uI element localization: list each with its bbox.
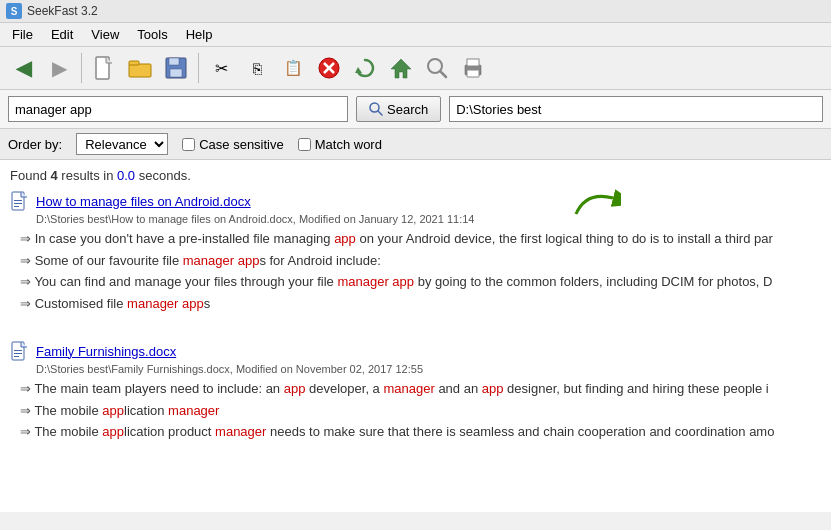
result-item-2: Family Furnishings.docx D:\Stories best\… bbox=[10, 341, 821, 442]
highlight-manager-4: manager bbox=[215, 424, 266, 439]
result-title-1[interactable]: How to manage files on Android.docx bbox=[36, 194, 251, 209]
app-icon: S bbox=[6, 3, 22, 19]
result-snippet-1-2: Some of our favourite file manager apps … bbox=[20, 251, 821, 271]
results-area: Found 4 results in 0.0 seconds. How to m… bbox=[0, 160, 831, 512]
svg-marker-9 bbox=[355, 67, 362, 73]
app-title: SeekFast 3.2 bbox=[27, 4, 98, 18]
options-bar: Order by: Relevance Date Name Case sensi… bbox=[0, 129, 831, 160]
case-sensitive-checkbox[interactable] bbox=[182, 138, 195, 151]
menu-view[interactable]: View bbox=[83, 25, 127, 44]
result-path-1: D:\Stories best\How to manage files on A… bbox=[36, 213, 821, 225]
svg-rect-22 bbox=[14, 206, 19, 207]
folder-path-input[interactable] bbox=[449, 96, 823, 122]
menu-tools[interactable]: Tools bbox=[129, 25, 175, 44]
doc-icon-1 bbox=[10, 191, 30, 211]
menu-file[interactable]: File bbox=[4, 25, 41, 44]
save-button[interactable] bbox=[159, 51, 193, 85]
menu-edit[interactable]: Edit bbox=[43, 25, 81, 44]
highlight-application-2: app bbox=[102, 424, 124, 439]
menu-bar: File Edit View Tools Help bbox=[0, 23, 831, 47]
svg-rect-1 bbox=[129, 64, 151, 77]
search-toolbar-button[interactable] bbox=[420, 51, 454, 85]
forward-button[interactable]: ▶ bbox=[42, 51, 76, 85]
menu-help[interactable]: Help bbox=[178, 25, 221, 44]
search-button-label: Search bbox=[387, 102, 428, 117]
result-snippet-2-2: The mobile application manager bbox=[20, 401, 821, 421]
svg-rect-2 bbox=[129, 61, 139, 65]
svg-rect-25 bbox=[14, 353, 22, 354]
results-in-label: results in bbox=[61, 168, 113, 183]
highlight-manager-3: manager bbox=[168, 403, 219, 418]
result-snippet-1-4: Customised file manager apps bbox=[20, 294, 821, 314]
svg-rect-5 bbox=[170, 69, 182, 77]
highlight-manager-2: manager bbox=[383, 381, 434, 396]
highlight-manager-app-3: manager app bbox=[127, 296, 204, 311]
order-by-label: Order by: bbox=[8, 137, 62, 152]
result-snippet-1-3: You can find and manage your files throu… bbox=[20, 272, 821, 292]
delete-button[interactable] bbox=[312, 51, 346, 85]
result-snippet-1-1: In case you don't have a pre-installed f… bbox=[20, 229, 821, 249]
back-button[interactable]: ◀ bbox=[6, 51, 40, 85]
svg-rect-14 bbox=[467, 59, 479, 66]
title-bar: S SeekFast 3.2 bbox=[0, 0, 831, 23]
print-button[interactable] bbox=[456, 51, 490, 85]
toolbar-separator-2 bbox=[198, 53, 199, 83]
match-word-checkbox[interactable] bbox=[298, 138, 311, 151]
search-input[interactable] bbox=[8, 96, 348, 122]
result-snippet-2-1: The main team players need to include: a… bbox=[20, 379, 821, 399]
svg-rect-24 bbox=[14, 350, 22, 351]
case-sensitive-group: Case sensitive bbox=[182, 137, 284, 152]
highlight-manager-app-2: manager app bbox=[337, 274, 414, 289]
result-title-2[interactable]: Family Furnishings.docx bbox=[36, 344, 176, 359]
paste-button[interactable]: 📋 bbox=[276, 51, 310, 85]
search-button[interactable]: Search bbox=[356, 96, 441, 122]
toolbar-separator-1 bbox=[81, 53, 82, 83]
highlight-app-2: app bbox=[284, 381, 306, 396]
highlight-app-1: app bbox=[334, 231, 356, 246]
arrow-annotation bbox=[571, 186, 621, 221]
result-snippet-2-3: The mobile application product manager n… bbox=[20, 422, 821, 442]
open-folder-button[interactable] bbox=[123, 51, 157, 85]
svg-marker-10 bbox=[391, 59, 411, 78]
match-word-group: Match word bbox=[298, 137, 382, 152]
highlight-application-1: app bbox=[102, 403, 124, 418]
svg-line-17 bbox=[378, 111, 382, 115]
highlight-app-3: app bbox=[482, 381, 504, 396]
svg-rect-26 bbox=[14, 356, 19, 357]
toolbar: ◀ ▶ ✂ ⎘ 📋 bbox=[0, 47, 831, 90]
copy-button[interactable]: ⎘ bbox=[240, 51, 274, 85]
spacer bbox=[10, 329, 821, 341]
highlight-manager-app-1: manager app bbox=[183, 253, 260, 268]
svg-line-12 bbox=[440, 71, 446, 77]
found-label: Found bbox=[10, 168, 47, 183]
match-word-label[interactable]: Match word bbox=[315, 137, 382, 152]
result-time: 0.0 bbox=[117, 168, 135, 183]
result-count: 4 bbox=[51, 168, 62, 183]
result-item-1: How to manage files on Android.docx D:\S… bbox=[10, 191, 821, 313]
svg-rect-21 bbox=[14, 203, 22, 204]
doc-icon-2 bbox=[10, 341, 30, 361]
svg-rect-15 bbox=[467, 70, 479, 77]
seconds-label: seconds. bbox=[139, 168, 191, 183]
cut-button[interactable]: ✂ bbox=[204, 51, 238, 85]
refresh-button[interactable] bbox=[348, 51, 382, 85]
svg-rect-4 bbox=[169, 58, 179, 65]
order-by-select[interactable]: Relevance Date Name bbox=[76, 133, 168, 155]
result-title-row-1: How to manage files on Android.docx bbox=[10, 191, 821, 211]
case-sensitive-label[interactable]: Case sensitive bbox=[199, 137, 284, 152]
result-path-2: D:\Stories best\Family Furnishings.docx,… bbox=[36, 363, 821, 375]
result-title-row-2: Family Furnishings.docx bbox=[10, 341, 821, 361]
home-button[interactable] bbox=[384, 51, 418, 85]
search-bar: Search bbox=[0, 90, 831, 129]
found-text: Found 4 results in 0.0 seconds. bbox=[10, 168, 821, 183]
svg-rect-20 bbox=[14, 200, 22, 201]
new-file-button[interactable] bbox=[87, 51, 121, 85]
